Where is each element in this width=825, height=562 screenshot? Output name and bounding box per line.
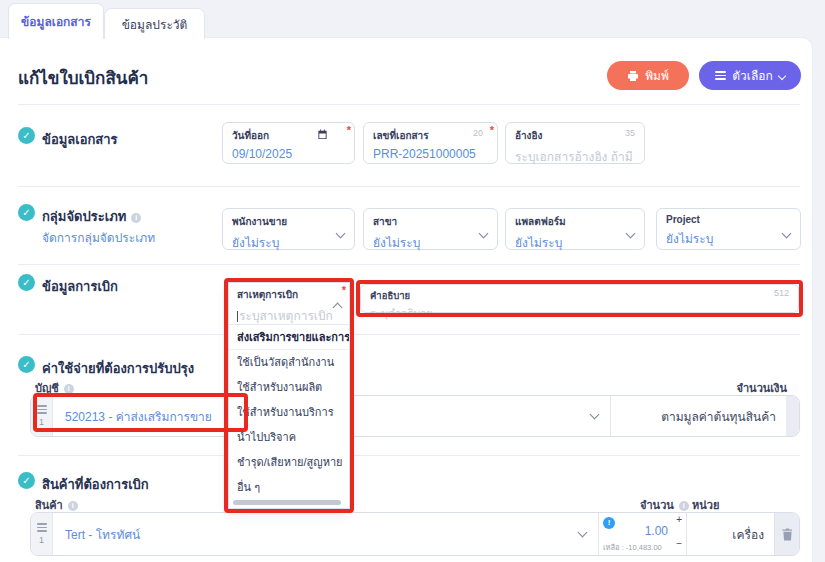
tab-document-info[interactable]: ข้อมูลเอกสาร	[8, 3, 104, 39]
options-button-label: ตัวเลือก	[732, 66, 772, 85]
row-end-cap	[786, 396, 799, 436]
reason-dropdown-panel: สาเหตุการเบิก * ระบุสาเหตุการเบิก ส่งเสร…	[228, 282, 350, 509]
reference-label: อ้างอิง	[515, 128, 635, 143]
required-asterisk: *	[347, 124, 351, 136]
row-index: 1	[39, 417, 44, 427]
section-document-label: ข้อมูลเอกสาร	[42, 129, 118, 150]
required-asterisk: *	[342, 284, 346, 296]
section-expenses-label: ค่าใช้จ่ายที่ต้องการปรับปรุง	[42, 358, 194, 379]
print-button[interactable]: พิมพ์	[607, 61, 689, 90]
platform-value: ยังไม่ระบุ	[515, 233, 635, 252]
info-icon: i	[131, 213, 141, 223]
stepper: + −	[676, 515, 682, 549]
project-value: ยังไม่ระบุ	[666, 229, 791, 248]
salesperson-value: ยังไม่ระบุ	[232, 233, 345, 252]
increment-button[interactable]: +	[676, 515, 682, 525]
description-maxlen: 512	[774, 288, 789, 298]
delete-row-button[interactable]	[774, 513, 799, 555]
issue-date-label: วันที่ออก	[232, 128, 345, 143]
required-asterisk: *	[490, 124, 494, 136]
reason-option[interactable]: อื่น ๆ	[229, 475, 349, 500]
doc-number-label: เลขที่เอกสาร	[373, 128, 488, 143]
quantity-stepper[interactable]: ! 1.00 + − เหลือ : -10,483.00	[598, 513, 686, 555]
account-value: 520213 - ค่าส่งเสริมการขาย	[65, 407, 212, 426]
product-select[interactable]: Tert - โทรทัศน์	[53, 513, 598, 555]
issue-date-value: 09/10/2025	[232, 147, 345, 161]
tab-history-info[interactable]: ข้อมูลประวัติ	[104, 8, 205, 39]
calendar-icon	[317, 129, 328, 140]
divider	[18, 334, 800, 335]
reason-label: สาเหตุการเบิก	[237, 287, 341, 302]
drag-handle[interactable]: 1	[31, 396, 53, 436]
reference-placeholder: ระบุเอกสารอ้างอิง ถ้ามี	[515, 147, 635, 166]
product-row: 1 Tert - โทรทัศน์ ! 1.00 + − เหลือ : -10…	[30, 512, 800, 556]
chevron-down-icon	[578, 528, 588, 538]
divider	[18, 186, 800, 187]
section-check-icon: ✓	[18, 356, 35, 373]
manage-classification-link[interactable]: จัดการกลุ่มจัดประเภท	[42, 228, 155, 247]
page-title: แก้ไขใบเบิกสินค้า	[18, 64, 148, 91]
reason-option[interactable]: ใช้สำหรับงานผลิต	[229, 375, 349, 400]
reason-option[interactable]: นำไปบริจาค	[229, 425, 349, 450]
salesperson-label: พนักงานขาย	[232, 214, 345, 229]
drag-handle-icon	[37, 523, 47, 532]
section-products-label: สินค้าที่ต้องการเบิก	[42, 474, 149, 495]
section-check-icon: ✓	[18, 472, 35, 489]
drag-handle[interactable]: 1	[31, 513, 53, 555]
trash-icon	[782, 528, 793, 541]
text-cursor	[237, 311, 238, 322]
reason-option[interactable]: ส่งเสริมการขายและการตลาด	[229, 325, 349, 350]
reference-field[interactable]: อ้างอิง 35 ระบุเอกสารอ้างอิง ถ้ามี	[505, 122, 645, 164]
branch-select[interactable]: สาขา ยังไม่ระบุ	[363, 208, 498, 250]
platform-select[interactable]: แพลตฟอร์ม ยังไม่ระบุ	[505, 208, 645, 250]
section-check-icon: ✓	[18, 127, 35, 144]
reference-maxlen: 35	[625, 128, 635, 138]
page: ข้อมูลเอกสาร ข้อมูลประวัติ แก้ไขใบเบิกสิ…	[0, 0, 825, 562]
reason-option[interactable]: ใช้สำหรับงานบริการ	[229, 400, 349, 425]
print-button-label: พิมพ์	[645, 66, 669, 85]
description-label: คำอธิบาย	[370, 288, 789, 303]
warning-icon: !	[603, 517, 615, 529]
unit-field: เครื่อง	[686, 513, 774, 555]
row-index: 1	[39, 535, 44, 545]
description-field[interactable]: คำอธิบาย 512 ระบุคำอธิบาย	[360, 284, 799, 313]
product-value: Tert - โทรทัศน์	[65, 525, 140, 544]
section-check-icon: ✓	[18, 204, 35, 221]
printer-icon	[627, 70, 639, 82]
doc-number-value: PRR-20251000005	[373, 147, 488, 161]
branch-value: ยังไม่ระบุ	[373, 233, 488, 252]
divider	[18, 104, 800, 105]
remaining-stock-label: เหลือ : -10,483.00	[603, 541, 662, 553]
issue-date-field[interactable]: วันที่ออก * 09/10/2025	[222, 122, 355, 164]
horizontal-scrollbar[interactable]	[233, 500, 341, 505]
project-label: Project	[666, 214, 791, 225]
description-placeholder: ระบุคำอธิบาย	[370, 305, 789, 322]
quantity-value: 1.00	[645, 524, 668, 538]
divider	[18, 455, 800, 456]
doc-number-field[interactable]: เลขที่เอกสาร 20 * PRR-20251000005	[363, 122, 498, 164]
reason-placeholder: ระบุสาเหตุการเบิก	[237, 306, 341, 325]
info-icon: i	[679, 501, 689, 511]
section-classification-label: กลุ่มจัดประเภทi	[42, 206, 141, 227]
reason-option[interactable]: ชำรุด/เสียหาย/สูญหาย	[229, 450, 349, 475]
section-requisition-label: ข้อมูลการเบิก	[42, 276, 118, 297]
salesperson-select[interactable]: พนักงานขาย ยังไม่ระบุ	[222, 208, 355, 250]
decrement-button[interactable]: −	[676, 539, 682, 549]
options-button[interactable]: ตัวเลือก	[699, 61, 801, 90]
divider	[18, 264, 800, 265]
section-check-icon: ✓	[18, 274, 35, 291]
doc-number-maxlen: 20	[473, 128, 483, 138]
info-icon: i	[68, 501, 78, 511]
chevron-down-icon	[777, 71, 785, 79]
reason-option[interactable]: ใช้เป็นวัสดุสำนักงาน	[229, 350, 349, 375]
reason-select[interactable]: สาเหตุการเบิก * ระบุสาเหตุการเบิก	[229, 283, 349, 325]
branch-label: สาขา	[373, 214, 488, 229]
platform-label: แพลตฟอร์ม	[515, 214, 635, 229]
drag-handle-icon	[37, 405, 47, 414]
expense-row: 1 520213 - ค่าส่งเสริมการขาย ตามมูลค่าต้…	[30, 395, 800, 437]
amount-field[interactable]: ตามมูลค่าต้นทุนสินค้า	[610, 396, 786, 436]
info-icon: i	[64, 384, 74, 394]
menu-icon	[715, 71, 726, 80]
project-select[interactable]: Project ยังไม่ระบุ	[656, 208, 801, 250]
chevron-down-icon	[590, 410, 600, 420]
